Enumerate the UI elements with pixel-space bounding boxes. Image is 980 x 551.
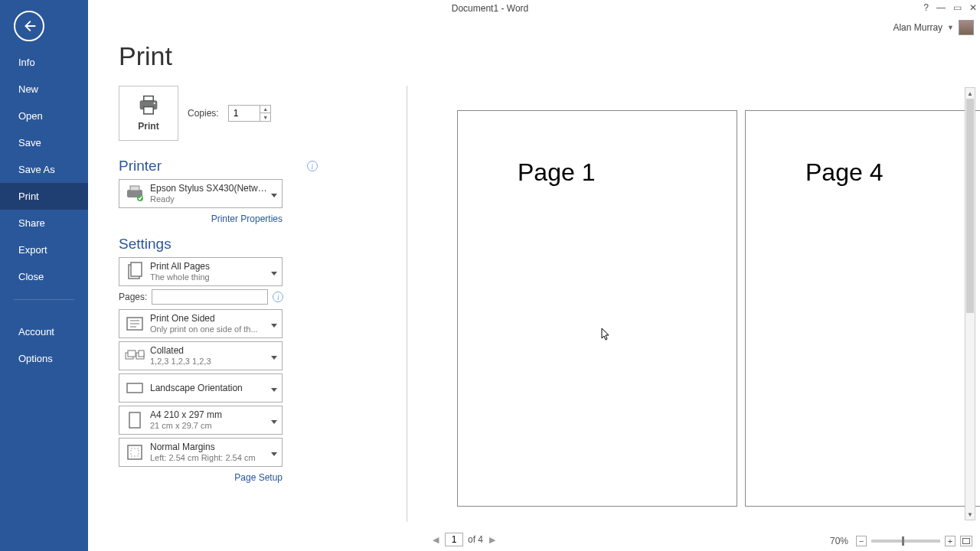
svg-rect-18	[129, 412, 140, 428]
sides-subtitle: Only print on one side of th...	[150, 324, 270, 334]
chevron-down-icon	[270, 413, 279, 427]
sidebar-item-save-as[interactable]: Save As	[0, 156, 88, 183]
print-button-label: Print	[138, 121, 158, 132]
spinner-up-icon[interactable]: ▲	[260, 106, 271, 113]
zoom-slider-knob[interactable]	[902, 536, 904, 546]
chevron-down-icon	[270, 349, 279, 363]
info-icon[interactable]: i	[307, 161, 318, 171]
sidebar-item-save[interactable]: Save	[0, 129, 88, 156]
printer-select[interactable]: Epson Stylus SX430(Network) Ready	[119, 179, 283, 208]
current-page-input[interactable]	[446, 534, 462, 545]
back-button[interactable]	[14, 11, 44, 41]
print-scope-title: Print All Pages	[150, 261, 270, 272]
page-navigator: ◀ of 4 ▶	[431, 533, 497, 546]
pages-icon	[124, 261, 145, 282]
printer-ready-icon	[124, 183, 145, 204]
copies-label: Copies:	[188, 108, 219, 119]
settings-heading: Settings	[119, 236, 318, 253]
chevron-down-icon	[270, 445, 279, 459]
column-divider	[407, 86, 407, 522]
svg-rect-17	[127, 383, 142, 393]
collate-select[interactable]: Collated 1,2,3 1,2,3 1,2,3	[119, 341, 283, 370]
sidebar-item-options[interactable]: Options	[0, 345, 88, 372]
page-setup-link[interactable]: Page Setup	[234, 472, 283, 483]
sidebar-item-export[interactable]: Export	[0, 236, 88, 263]
scroll-down-icon[interactable]: ▼	[965, 509, 975, 520]
svg-rect-5	[130, 186, 139, 191]
margins-select[interactable]: Normal Margins Left: 2.54 cm Right: 2.54…	[119, 438, 283, 467]
next-page-icon[interactable]: ▶	[488, 535, 497, 545]
svg-rect-2	[144, 107, 153, 114]
sidebar-item-info[interactable]: Info	[0, 49, 88, 76]
sidebar-item-account[interactable]: Account	[0, 318, 88, 345]
zoom-control: 70% − +	[830, 536, 972, 546]
spinner-down-icon[interactable]: ▼	[260, 113, 271, 121]
copies-stepper[interactable]: ▲ ▼	[228, 105, 271, 122]
print-preview: Page 1 Page 4	[425, 87, 963, 520]
chevron-down-icon	[270, 265, 279, 279]
printer-heading-text: Printer	[119, 158, 162, 174]
svg-rect-14	[128, 350, 136, 357]
sidebar-item-print[interactable]: Print	[0, 183, 88, 210]
scroll-track[interactable]	[965, 99, 975, 509]
printer-status: Ready	[150, 194, 270, 204]
printer-name: Epson Stylus SX430(Network)	[150, 183, 270, 194]
margins-subtitle: Left: 2.54 cm Right: 2.54 cm	[150, 452, 270, 463]
orientation-select[interactable]: Landscape Orientation	[119, 373, 283, 403]
chevron-down-icon	[270, 381, 279, 395]
sidebar-item-open[interactable]: Open	[0, 103, 88, 129]
zoom-slider[interactable]	[871, 540, 940, 543]
current-page-box[interactable]	[445, 533, 463, 546]
zoom-out-button[interactable]: −	[856, 536, 867, 546]
pages-input[interactable]	[152, 289, 268, 305]
sidebar-menu: Info New Open Save Save As Print Share E…	[0, 49, 88, 372]
preview-page-1: Page 1	[457, 110, 737, 507]
prev-page-icon[interactable]: ◀	[431, 535, 440, 545]
landscape-icon	[124, 377, 145, 399]
print-scope-subtitle: The whole thing	[150, 272, 270, 282]
zoom-fit-button[interactable]	[960, 536, 972, 546]
scroll-up-icon[interactable]: ▲	[965, 88, 975, 99]
preview-page-2-text: Page 4	[805, 158, 883, 187]
sides-select[interactable]: Print One Sided Only print on one side o…	[119, 309, 283, 338]
preview-scrollbar[interactable]: ▲ ▼	[965, 87, 975, 520]
print-button[interactable]: Print	[119, 86, 178, 141]
svg-point-3	[154, 103, 155, 104]
margins-icon	[124, 442, 145, 463]
info-icon[interactable]: i	[273, 292, 283, 302]
copies-spinner: ▲ ▼	[260, 106, 271, 121]
sidebar-item-new[interactable]: New	[0, 76, 88, 103]
printer-icon	[136, 95, 161, 116]
settings-heading-text: Settings	[119, 236, 172, 253]
backstage-sidebar: Info New Open Save Save As Print Share E…	[0, 0, 88, 551]
chevron-down-icon	[270, 187, 279, 201]
collate-title: Collated	[150, 345, 270, 356]
orientation-title: Landscape Orientation	[150, 383, 243, 393]
svg-rect-0	[144, 96, 153, 101]
one-sided-icon	[124, 313, 145, 334]
sides-title: Print One Sided	[150, 313, 270, 324]
zoom-percent: 70%	[830, 536, 848, 546]
print-block: Print Copies: ▲ ▼	[119, 86, 318, 141]
main: Print Print Copies: ▲ ▼	[88, 0, 980, 551]
copies-input[interactable]	[229, 108, 260, 119]
sidebar-item-close[interactable]: Close	[0, 263, 88, 290]
scroll-thumb[interactable]	[966, 99, 974, 313]
printer-properties-link[interactable]: Printer Properties	[211, 214, 283, 224]
print-scope-select[interactable]: Print All Pages The whole thing	[119, 257, 283, 286]
paper-size-select[interactable]: A4 210 x 297 mm 21 cm x 29.7 cm	[119, 406, 283, 435]
collate-subtitle: 1,2,3 1,2,3 1,2,3	[150, 356, 270, 367]
pages-label: Pages:	[119, 292, 147, 302]
preview-page-1-text: Page 1	[518, 158, 595, 187]
sidebar-item-share[interactable]: Share	[0, 210, 88, 236]
svg-rect-20	[131, 448, 139, 456]
paper-subtitle: 21 cm x 29.7 cm	[150, 420, 270, 431]
chevron-down-icon	[270, 317, 279, 331]
page-of-text: of 4	[468, 534, 483, 545]
svg-rect-19	[128, 445, 142, 459]
svg-rect-8	[131, 262, 142, 276]
preview-page-2: Page 4	[745, 110, 980, 507]
margins-title: Normal Margins	[150, 442, 270, 452]
zoom-in-button[interactable]: +	[945, 536, 956, 546]
printer-heading: Printer i	[119, 158, 318, 174]
